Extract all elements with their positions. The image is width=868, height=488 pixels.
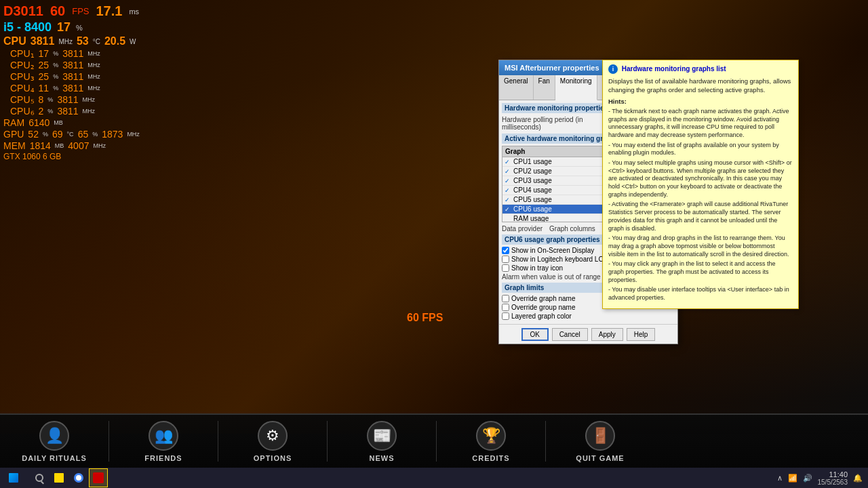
layered-color-row: Layered graph color (502, 312, 675, 320)
taskbar-clock: 11:40 15/5/2563 (818, 470, 848, 486)
row-name: CPU6 usage (512, 205, 617, 213)
layered-color-label: Layered graph color (511, 312, 572, 320)
taskbar-network-icon: 📶 (788, 474, 797, 483)
hud-overlay: D3011 60 FPS 17.1 ms i5 - 8400 17 % CPU … (0, 0, 868, 7)
override-name-checkbox[interactable] (502, 295, 509, 302)
dialog-title: MSI Afterburner properties (505, 64, 599, 72)
tooltip-title: i Hardware monitoring graphs list (608, 64, 793, 74)
taskbar-right: ∧ 📶 🔊 11:40 15/5/2563 🔔 (777, 470, 869, 486)
show-osd-label: Show in On-Screen Display (511, 247, 594, 254)
apply-button[interactable]: Apply (591, 328, 623, 341)
nav-quit-label: QUIT GAME (576, 454, 624, 462)
ms-main: 17.1 (96, 3, 122, 19)
row-name: CPU5 usage (512, 196, 617, 203)
tab-general[interactable]: General (499, 75, 534, 100)
row-name: CPU4 usage (512, 186, 617, 194)
dialog-footer: OK Cancel Apply Help (499, 324, 677, 344)
nav-news-icon: 📰 (367, 421, 397, 451)
start-button[interactable] (0, 468, 27, 488)
tab-fan[interactable]: Fan (534, 75, 555, 100)
game-bottom-nav: 👤 DAILY RITUALS 👥 FRIENDS ⚙ OPTIONS 📰 NE… (0, 413, 868, 468)
folder-icon (54, 473, 64, 483)
nav-daily-rituals-label: DAILY RITUALS (22, 454, 87, 462)
graph-columns-label: Graph columns (549, 225, 595, 232)
taskbar-icons (27, 468, 111, 487)
fps-overlay: 60 FPS (407, 312, 443, 324)
nav-quit-icon: 🚪 (585, 421, 615, 451)
taskbar-time: 11:40 (829, 470, 848, 479)
layered-color-checkbox[interactable] (502, 312, 509, 320)
nav-credits-icon: 🏆 (476, 421, 506, 451)
nav-friends-label: FRIENDS (144, 454, 182, 462)
tooltip-icon: i (608, 64, 618, 74)
show-osd-checkbox[interactable] (502, 247, 509, 254)
taskbar-notification-icon[interactable]: 🔔 (853, 474, 863, 483)
row-name: RAM usage (512, 215, 617, 222)
row-check[interactable]: ✓ (502, 157, 512, 167)
override-name-label: Override graph name (511, 295, 576, 302)
nav-news-label: NEWS (370, 454, 395, 462)
tooltip-body: Displays the list of available hardware … (608, 77, 793, 302)
row-check[interactable]: ✓ (502, 195, 512, 205)
tooltip-popup: i Hardware monitoring graphs list Displa… (602, 60, 799, 309)
browser-icon (74, 473, 83, 483)
nav-options-icon: ⚙ (258, 421, 288, 451)
nav-credits[interactable]: 🏆 credITS (437, 415, 545, 468)
fps-unit: FPS (72, 6, 89, 16)
cpu-freq-val: 17 (57, 20, 71, 35)
hud-top-stats: D3011 60 FPS 17.1 ms i5 - 8400 17 % CPU … (3, 3, 140, 161)
taskbar-icons-tray: ∧ (777, 474, 783, 483)
gpu-label: GTX 1060 6 GB (3, 152, 140, 161)
nav-options-label: OPTIONS (254, 454, 292, 462)
override-group-label: Override group name (511, 304, 576, 311)
taskbar-date: 15/5/2563 (818, 479, 848, 486)
show-logitech-checkbox[interactable] (502, 256, 509, 263)
row-check[interactable]: ✓ (502, 176, 512, 186)
taskbar-game-icon[interactable] (89, 468, 108, 487)
taskbar-chrome-icon[interactable] (69, 468, 88, 487)
tab-monitoring[interactable]: Monitoring (555, 75, 597, 100)
row-check[interactable]: ✓ (502, 205, 512, 214)
nav-credits-label: credITS (472, 454, 509, 462)
help-button[interactable]: Help (627, 328, 656, 341)
col-graph-header: Graph (502, 146, 617, 157)
nav-friends-icon: 👥 (149, 421, 178, 451)
taskbar-file-icon[interactable] (50, 468, 68, 487)
cpu-label: i5 - 8400 (3, 20, 52, 35)
cpu-freq-unit: % (76, 24, 83, 32)
row-name: CPU1 usage (512, 158, 617, 165)
nav-daily-rituals-icon: 👤 (39, 421, 69, 451)
cpu-mhz: 3811 (31, 35, 55, 47)
show-tray-checkbox[interactable] (502, 264, 509, 272)
row-check[interactable]: ✓ (502, 186, 512, 195)
d3-version: D3011 (3, 3, 43, 19)
nav-quit[interactable]: 🚪 QUIT GAME (546, 415, 654, 468)
show-tray-label: Show in tray icon (511, 264, 563, 272)
row-check[interactable]: ✓ (502, 167, 512, 176)
nav-friends[interactable]: 👥 FRIENDS (109, 415, 218, 468)
taskbar-search-icon[interactable] (30, 468, 49, 487)
game-icon (93, 472, 104, 483)
override-group-checkbox[interactable] (502, 304, 509, 311)
row-name: CPU2 usage (512, 167, 617, 175)
cancel-button[interactable]: Cancel (552, 328, 588, 341)
ms-unit: ms (129, 7, 139, 16)
row-name: CPU3 usage (512, 177, 617, 184)
data-provider-label: Data provider (502, 225, 542, 232)
taskbar-volume-icon: 🔊 (803, 474, 812, 483)
windows-logo-icon (9, 473, 18, 483)
ok-button[interactable]: OK (521, 328, 549, 341)
taskbar: ∧ 📶 🔊 11:40 15/5/2563 🔔 (0, 468, 868, 488)
nav-options[interactable]: ⚙ OPTIONS (218, 415, 327, 468)
nav-news[interactable]: 📰 NEWS (328, 415, 436, 468)
fps-main: 60 (50, 3, 65, 19)
row-check[interactable]: ✓ (502, 214, 512, 222)
nav-daily-rituals[interactable]: 👤 DAILY RITUALS (0, 415, 108, 468)
